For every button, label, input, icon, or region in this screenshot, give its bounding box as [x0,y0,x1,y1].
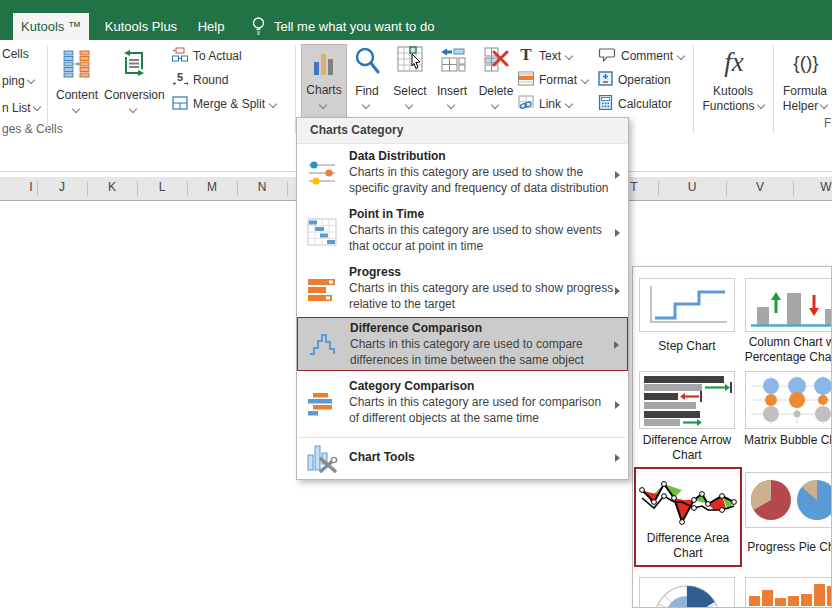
chevron-down-icon [26,76,34,84]
group-separator [47,45,48,133]
data-distribution-icon [306,159,338,189]
tab-kutools-label: Kutools ™ [21,19,81,34]
menu-header: Charts Category [297,118,628,144]
menu-item-data-distribution[interactable]: Data Distribution Charts in this categor… [297,146,628,204]
menu-item-chart-tools[interactable]: Chart Tools [297,439,628,477]
matrix-bubble-chart-label: Matrix Bubble Chart [737,433,832,448]
step-chart-tile[interactable] [639,278,735,332]
to-actual-icon [172,47,188,65]
calculator-icon [598,95,613,113]
chevron-down-icon [405,101,413,109]
chevron-down-icon [269,100,277,108]
difference-arrow-chart-tile[interactable] [639,371,735,429]
progress-icon [306,275,338,305]
step-chart-thumbnail [643,282,731,328]
group-separator [773,45,774,133]
link-label: Link [539,97,561,111]
select-icon [397,46,423,79]
formula-helper-label-2: Helper [778,99,832,113]
insert-icon [440,46,466,79]
ribbon-tab-bar: Kutools ™ Kutools Plus Help Tell me what… [0,0,832,40]
charts-gallery-flyout: Step Chart Column Chart with Percentage … [632,266,832,608]
link-button[interactable]: Link [518,96,572,112]
column-header[interactable]: V [750,180,770,194]
chevron-down-icon [72,105,80,113]
conversion-button[interactable]: Conversion [104,40,164,136]
column-divider [137,181,138,196]
column-header[interactable]: W [816,180,832,194]
operation-button[interactable]: Operation [598,72,671,88]
difference-comparison-icon [307,329,339,359]
select-label: Select [388,84,432,98]
format-button[interactable]: Format [518,72,588,88]
menu-item-point-in-time[interactable]: Point in Time Charts in this category ar… [297,204,628,262]
charts-button[interactable]: Charts [301,44,347,118]
ribbon-item-list-partial[interactable]: n List [2,101,40,115]
fx-icon: fx [716,44,752,83]
tab-help-label: Help [198,19,225,34]
tab-help[interactable]: Help [186,13,236,40]
progress-pie-chart-thumbnail [747,475,832,525]
progress-pie-chart-tile[interactable] [745,472,832,528]
tab-kutools[interactable]: Kutools ™ [13,13,89,40]
svg-text:5: 5 [177,71,183,83]
menu-item-difference-comparison[interactable]: Difference Comparison Charts in this cat… [297,317,628,371]
chevron-down-icon [581,76,589,84]
difference-area-chart-label: Difference Area Chart [636,531,740,561]
column-chart-percentage-change-thumbnail [747,281,832,329]
content-label: Content [50,88,104,102]
stacked-band-chart-tile[interactable] [745,577,832,608]
kutools-functions-label-1: Kutools [700,84,766,98]
column-header[interactable]: I [21,180,41,194]
comment-button[interactable]: Comment [598,48,684,64]
column-header[interactable]: L [152,180,172,194]
text-label: Text [539,49,561,63]
calculator-button[interactable]: Calculator [598,96,672,112]
formula-helper-label-1: Formula [778,84,832,98]
to-actual-button[interactable]: To Actual [172,48,242,64]
column-header[interactable]: M [202,180,222,194]
column-header[interactable]: U [682,180,702,194]
menu-item-category-comparison[interactable]: Category Comparison Charts in this categ… [297,376,628,434]
rose-chart-tile[interactable] [639,577,735,608]
point-in-time-icon [306,217,338,247]
formula-helper-button[interactable]: {()} Formula Helper [778,40,832,136]
content-button[interactable]: Content [50,40,104,136]
menu-item-progress[interactable]: Progress Charts in this category are use… [297,262,628,320]
ribbon-item-cells-partial[interactable]: Cells [2,47,29,61]
rose-chart-thumbnail [641,580,733,608]
svg-text:fx: fx [724,47,744,77]
charts-dropdown-menu: Charts Category Data Distribution Charts… [296,117,629,480]
difference-area-chart-tile[interactable]: Difference Area Chart [634,467,742,567]
round-label: Round [193,73,228,87]
text-button[interactable]: T Text [518,48,572,64]
column-header[interactable]: K [102,180,122,194]
submenu-arrow-icon [615,229,620,237]
operation-label: Operation [618,73,671,87]
submenu-arrow-icon [615,454,620,462]
chevron-down-icon [362,101,370,109]
column-divider [658,181,659,196]
calculator-label: Calculator [618,97,672,111]
tell-me-box[interactable]: Tell me what you want to do [250,13,434,40]
column-divider [37,181,38,196]
column-header[interactable]: J [52,180,72,194]
chart-tools-icon [306,442,340,477]
matrix-bubble-chart-tile[interactable] [745,371,832,429]
column-divider [87,181,88,196]
ribbon-item-ping-partial[interactable]: ping [2,74,34,88]
tell-me-label: Tell me what you want to do [274,19,434,34]
difference-area-chart-thumbnail [638,472,738,528]
round-button[interactable]: 5 Round [172,72,228,88]
column-chart-percentage-change-tile[interactable] [745,278,832,332]
merge-split-button[interactable]: Merge & Split [172,96,276,112]
charts-icon [311,49,337,82]
column-header[interactable]: N [252,180,272,194]
kutools-functions-button[interactable]: fx Kutools Functions [700,40,766,136]
delete-label: Delete [474,84,518,98]
chevron-down-icon [820,101,828,109]
insert-label: Insert [432,84,472,98]
chevron-down-icon [756,101,764,109]
column-divider [793,181,794,196]
tab-kutools-plus[interactable]: Kutools Plus [100,13,182,40]
